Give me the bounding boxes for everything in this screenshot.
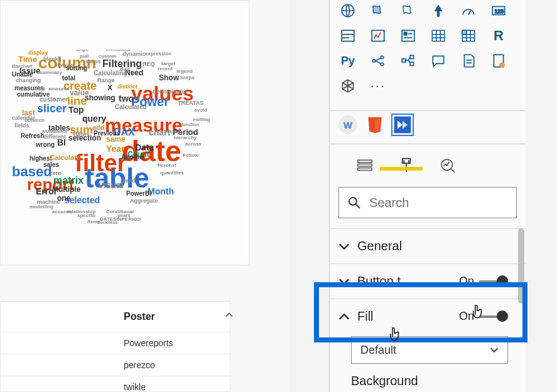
tab-analytics-icon[interactable] (436, 154, 459, 177)
viz-python-icon[interactable]: Py (338, 51, 357, 70)
viz-r-script-icon[interactable]: R (489, 26, 508, 45)
wordcloud-word: quantities (160, 170, 184, 176)
svg-rect-36 (358, 168, 372, 171)
wordcloud-word: invoice (56, 62, 73, 68)
svg-line-42 (451, 169, 455, 172)
wordcloud-word: avoid (194, 107, 207, 113)
viz-decomposition-tree-icon[interactable] (399, 51, 418, 70)
custom-visuals-row: W (330, 111, 526, 140)
viz-gauge-icon[interactable] (459, 1, 478, 20)
svg-line-1 (468, 10, 471, 15)
viz-ellipsis-icon[interactable]: ··· (369, 77, 387, 95)
viz-slicer-icon[interactable] (399, 26, 418, 45)
viz-card-icon[interactable]: 123 (489, 1, 508, 20)
wordcloud-word: dynamic (122, 51, 146, 57)
wordcloud-word: Calculate (50, 154, 80, 161)
wordcloud-word: hierarchy (174, 135, 197, 140)
table-visual[interactable]: Poster Powereports perezco twikle (0, 301, 230, 392)
visualizations-pane: 123 R Py ··· W (329, 0, 526, 392)
svg-rect-12 (432, 30, 445, 41)
format-background-label: Background (330, 368, 526, 392)
search-input[interactable] (369, 196, 509, 210)
format-section-list: General Button t... On Fill On Default B… (330, 228, 526, 392)
custom-viz-wordcloud[interactable]: W (338, 115, 357, 134)
wordcloud-word: accurate (52, 209, 73, 215)
tab-fields-icon[interactable] (354, 154, 376, 177)
w-label: W (343, 120, 352, 130)
svg-rect-27 (410, 55, 413, 58)
viz-more-icon[interactable] (338, 77, 357, 95)
wordcloud-word: TREATAS (178, 100, 203, 106)
wordcloud-word: multitag (193, 117, 210, 122)
svg-point-32 (499, 62, 505, 68)
wordcloud-word: NUMBERS (42, 129, 67, 134)
chevron-down-icon (338, 241, 350, 252)
wordcloud-word: legend (176, 68, 193, 74)
fill-toggle[interactable]: On (459, 310, 508, 323)
svg-rect-9 (404, 33, 407, 35)
search-icon (347, 195, 362, 210)
svg-rect-35 (358, 164, 372, 167)
chevron-up-icon (338, 311, 350, 322)
wordcloud-word: blanks (43, 56, 62, 62)
viz-kpi-icon[interactable] (369, 26, 387, 45)
viz-narrative-icon[interactable] (459, 51, 478, 70)
wordcloud-word: Percent (158, 162, 176, 168)
viz-paginated-icon[interactable] (489, 51, 508, 70)
wordcloud-word: custom (99, 53, 116, 59)
viz-table-icon[interactable] (429, 26, 448, 45)
viz-arrow-icon[interactable] (429, 1, 448, 20)
wordcloud-word: Time (18, 55, 37, 64)
wordcloud-word: Range (97, 77, 115, 83)
viz-multirow-card-icon[interactable] (338, 26, 357, 45)
format-search[interactable] (338, 187, 517, 218)
viz-filled-map-icon[interactable] (369, 1, 387, 20)
format-tabs (330, 144, 526, 181)
wordcloud-word: Month (148, 186, 174, 196)
svg-point-43 (349, 198, 357, 205)
svg-rect-18 (462, 30, 467, 34)
svg-line-44 (356, 204, 360, 208)
wordcloud-word: linking (164, 129, 180, 134)
wordcloud-word: add (92, 124, 105, 131)
wordcloud-word: value (70, 88, 89, 97)
wordcloud-word: expression (145, 51, 171, 56)
wordcloud-visual[interactable]: datetablefiltervaluesmeasurecolumnreport… (0, 0, 249, 265)
wordcloud-word: years (117, 213, 131, 218)
viz-globe-icon[interactable] (338, 1, 357, 20)
format-fill[interactable]: Fill On (330, 299, 526, 334)
viz-qa-icon[interactable] (429, 51, 448, 70)
wordcloud-word: total (62, 75, 75, 82)
wordcloud-word: across (185, 141, 202, 147)
r-label: R (494, 28, 504, 44)
custom-viz-flow[interactable] (392, 115, 413, 135)
format-button-text[interactable]: Button t... On (330, 263, 526, 299)
wordcloud-word: summary (40, 70, 62, 75)
report-canvas[interactable]: datetablefiltervaluesmeasurecolumnreport… (0, 0, 289, 392)
wordcloud-word: Calculated (115, 103, 147, 110)
viz-shape-map-icon[interactable] (399, 1, 418, 20)
wordcloud-word: different (43, 134, 66, 140)
table-row: Powereports (1, 332, 230, 354)
wordcloud-word: display (28, 50, 48, 56)
scrollbar-thumb[interactable] (518, 228, 524, 304)
wordcloud-word: machine (37, 199, 60, 205)
button-text-toggle[interactable]: On (459, 275, 508, 288)
visualization-gallery: 123 R Py ··· (330, 0, 526, 107)
format-general[interactable]: General (330, 228, 526, 263)
wordcloud-word: two (119, 93, 134, 103)
custom-viz-html[interactable] (365, 115, 385, 135)
format-label: Background (351, 374, 418, 388)
wordcloud-word: REQ (143, 61, 155, 67)
table-row: twikle (1, 376, 230, 392)
viz-matrix-icon[interactable] (459, 26, 478, 45)
wordcloud-word: Refresh (21, 132, 44, 139)
wordcloud-word: Follow (183, 152, 198, 158)
table-scroll-up[interactable] (224, 309, 235, 320)
wordcloud-word: recent (158, 66, 173, 72)
wordcloud-word: maps (86, 58, 101, 65)
fill-state-dropdown[interactable]: Default (351, 336, 508, 364)
viz-key-influencers-icon[interactable] (369, 51, 387, 70)
wordcloud-word: query (82, 114, 106, 124)
tab-format-icon[interactable] (395, 154, 418, 177)
